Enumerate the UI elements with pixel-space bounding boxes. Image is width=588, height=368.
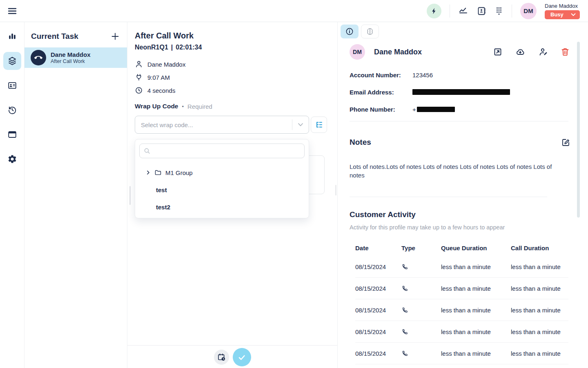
- download-profile-button[interactable]: [515, 47, 525, 57]
- cell-queue-duration: less than a minute: [441, 285, 511, 292]
- acw-timer: 02:01:34: [176, 44, 202, 51]
- trash-icon: [561, 47, 569, 56]
- info-circle-icon: [345, 27, 354, 36]
- customer-activity-subtitle: Activity for this profile may take up to…: [350, 224, 568, 231]
- section-divider: [350, 197, 547, 197]
- contact-name: Dane Maddox: [374, 48, 493, 56]
- cell-queue-duration: less than a minute: [441, 328, 511, 335]
- tree-list-icon: [315, 121, 323, 129]
- schedule-callback-button[interactable]: [214, 350, 229, 365]
- hamburger-menu-button[interactable]: [7, 7, 17, 15]
- contact-profile-panel: DM Dane Maddox: [338, 22, 588, 368]
- wrap-code-select[interactable]: Select wrap code...: [135, 116, 309, 134]
- clock-icon: [135, 86, 143, 94]
- hamburger-icon: [7, 7, 17, 15]
- task-reference: NeonR1Q1: [135, 44, 168, 51]
- phone-call-icon: [401, 328, 441, 335]
- wrap-code-group-label: M1 Group: [165, 169, 193, 176]
- activity-table: Date Type Queue Duration Call Duration 0…: [355, 240, 568, 364]
- wrap-code-tree-view-button[interactable]: [311, 117, 327, 133]
- topbar-separator: [512, 4, 512, 18]
- delete-contact-button[interactable]: [561, 47, 569, 56]
- phone-call-icon: [401, 307, 441, 314]
- complete-task-button[interactable]: [233, 348, 251, 366]
- dialpad-button[interactable]: [494, 6, 503, 16]
- cell-date: 08/15/2024: [355, 350, 401, 357]
- cell-queue-duration: less than a minute: [441, 263, 511, 270]
- field-phone: Phone Number: +: [350, 105, 568, 114]
- line-chart-icon: [458, 6, 468, 16]
- task-list-item[interactable]: Dane Maddox After Call Work: [24, 47, 127, 68]
- redacted-email-value: [412, 89, 510, 95]
- bolt-icon: [430, 7, 438, 15]
- tab-insights[interactable]: [361, 25, 379, 38]
- dialpad-icon: [494, 6, 503, 16]
- cell-call-duration: less than a minute: [511, 263, 568, 270]
- wrap-code-search-input[interactable]: [139, 144, 305, 158]
- edit-notes-button[interactable]: [561, 138, 570, 147]
- wrap-code-option-label: test: [156, 186, 167, 193]
- contacts-directory-button[interactable]: [477, 6, 486, 16]
- rail-item-history[interactable]: [3, 101, 21, 119]
- person-icon: [135, 60, 143, 68]
- scrollbar-thumb[interactable]: [335, 185, 336, 195]
- rail-item-browser[interactable]: [3, 126, 21, 144]
- table-row[interactable]: 08/15/2024 less than a minute less than …: [355, 343, 568, 364]
- column-header: Call Duration: [511, 245, 568, 251]
- wrap-code-option[interactable]: test: [139, 181, 305, 198]
- table-row[interactable]: 08/15/2024 less than a minute less than …: [355, 321, 568, 343]
- add-task-button[interactable]: [110, 31, 120, 42]
- scrollbar-thumb[interactable]: [577, 42, 580, 218]
- rail-item-contacts[interactable]: [3, 76, 21, 94]
- column-header: Type: [401, 245, 441, 251]
- reporting-button[interactable]: [458, 6, 468, 16]
- nav-rail: [0, 22, 24, 368]
- cell-queue-duration: less than a minute: [441, 350, 511, 357]
- gear-icon: [7, 154, 17, 164]
- open-profile-button[interactable]: [493, 47, 502, 56]
- cloud-download-icon: [515, 47, 525, 57]
- field-label: Phone Number:: [350, 106, 412, 113]
- contact-avatar-initials: DM: [353, 49, 362, 55]
- edit-square-icon: [561, 138, 570, 147]
- chevron-right-icon: [146, 170, 151, 175]
- phone-call-icon: [401, 285, 441, 292]
- table-row[interactable]: 08/15/2024 less than a minute less than …: [355, 299, 568, 321]
- current-task-title: Current Task: [31, 32, 78, 41]
- check-icon: [237, 352, 247, 362]
- field-value: 123456: [412, 72, 433, 79]
- acw-contact-name: Dane Maddox: [147, 61, 185, 68]
- after-call-work-panel: After Call Work NeonR1Q1 | 02:01:34 Dane…: [127, 22, 338, 368]
- phone-call-icon: [401, 350, 441, 357]
- wrap-code-option[interactable]: test2: [139, 198, 305, 215]
- wrap-code-dropdown: M1 Group test test2: [135, 139, 309, 218]
- field-label: Account Number:: [350, 72, 412, 79]
- table-row[interactable]: 08/15/2024 less than a minute less than …: [355, 278, 568, 299]
- bullet-separator: •: [182, 103, 184, 110]
- wrap-code-option-label: test2: [156, 204, 170, 211]
- edit-contact-button[interactable]: [538, 47, 548, 57]
- acw-session-info: NeonR1Q1 | 02:01:34: [135, 44, 202, 51]
- contact-avatar: DM: [350, 44, 365, 60]
- quick-actions-button[interactable]: [427, 4, 441, 18]
- field-email: Email Address:: [350, 88, 568, 96]
- rail-item-settings[interactable]: [3, 150, 21, 168]
- rail-item-analytics[interactable]: [3, 27, 21, 45]
- scrollbar-thumb[interactable]: [129, 186, 131, 205]
- table-row[interactable]: 08/15/2024 less than a minute less than …: [355, 256, 568, 278]
- rail-item-tasks[interactable]: [3, 52, 21, 70]
- cell-call-duration: less than a minute: [511, 328, 568, 335]
- agent-status-dropdown[interactable]: Busy: [545, 10, 580, 19]
- acw-title: After Call Work: [135, 31, 194, 40]
- search-icon: [144, 148, 150, 154]
- tab-info[interactable]: [341, 25, 359, 38]
- required-label: Required: [187, 103, 212, 110]
- cell-call-duration: less than a minute: [511, 350, 568, 357]
- wrap-code-select-placeholder: Select wrap code...: [135, 121, 292, 128]
- wrap-code-group-item[interactable]: M1 Group: [139, 164, 305, 181]
- folder-icon: [155, 170, 161, 175]
- cell-date: 08/15/2024: [355, 307, 401, 314]
- field-label: Email Address:: [350, 89, 412, 96]
- chevron-down-icon: [571, 13, 576, 16]
- user-avatar[interactable]: DM: [520, 3, 537, 19]
